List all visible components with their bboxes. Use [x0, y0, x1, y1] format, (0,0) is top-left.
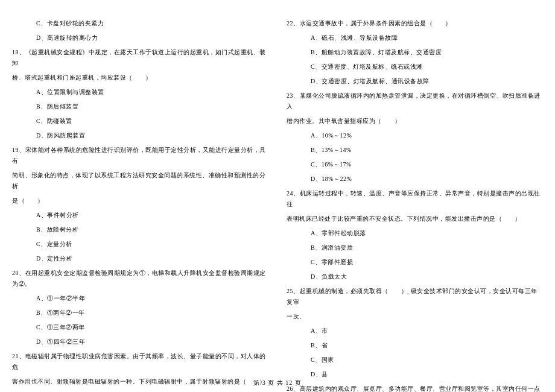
q23-option-c: C、16%～17% — [287, 159, 543, 170]
q22-option-b: B、船舶动力装置故障、灯塔及航标、交通密度 — [287, 47, 543, 58]
q24-option-a: A、零部件松动脱落 — [287, 228, 543, 239]
q20-text: 20、在用起重机安全定期监督检验周期规定为①，电梯和载人升降机安全监督检验周期规… — [12, 268, 268, 289]
q20-option-d: D、①四年②三年 — [12, 337, 268, 347]
q25-option-a: A、市 — [287, 326, 543, 337]
q19-text-l3: 是（ ） — [12, 195, 268, 206]
q25-option-c: C、国家 — [287, 355, 543, 365]
q24-text-l1: 24、机床运转过程中，转速、温度、声音等应保持正常。异常声音，特别是撞击声的出现… — [287, 188, 543, 210]
q23-text-l2: 槽内作业。其中氧含量指标应为（ ） — [287, 116, 543, 127]
q19-option-c: C、定量分析 — [12, 239, 268, 250]
q22-option-d: D、交通密度、灯塔及航标、通讯设备故障 — [287, 76, 543, 87]
q19-option-b: B、故障树分析 — [12, 224, 268, 235]
q24-option-b: B、润滑油变质 — [287, 242, 543, 253]
q24-option-d: D、负载太大 — [287, 271, 543, 282]
q23-option-d: D、18%～22% — [287, 174, 543, 185]
q17-option-c: C、卡盘对砂轮的夹紧力 — [12, 18, 268, 29]
q24-text-l2: 表明机床已经处于比较严重的不安全状态。下列情况中，能发出撞击声的是（ ） — [287, 213, 543, 224]
q18-option-c: C、防碰装置 — [12, 116, 268, 127]
q22-option-a: A、礁石、浅滩、导航设备故障 — [287, 33, 543, 43]
page-footer: 第 3 页 共 12 页 — [0, 379, 555, 387]
q25-option-b: B、省 — [287, 340, 543, 351]
q18-text-l2: 桥、塔式起重机和门座起重机，均应装设（ ） — [12, 72, 268, 83]
q25-text-l2: 一次。 — [287, 311, 543, 322]
q19-text-l2: 简明、形象化的特点，体现了以系统工程方法研究安全问题的系统性、准确性和预测性的分… — [12, 170, 268, 192]
q21-text-l1: 21、电磁辐射属于物理性职业病危害因素。由于其频率，波长、量子能量的不同，对人体… — [12, 351, 268, 373]
q18-option-d: D、防风防爬装置 — [12, 130, 268, 141]
q20-option-b: B、①两年②一年 — [12, 308, 268, 318]
page-container: C、卡盘对砂轮的夹紧力 D、高速旋转的离心力 18、《起重机械安全规程》中规定，… — [0, 0, 555, 374]
q18-option-a: A、位置限制与调整装置 — [12, 87, 268, 98]
q18-option-b: B、防后倾装置 — [12, 101, 268, 112]
q23-option-b: B、13%～14% — [287, 145, 543, 156]
q19-option-a: A、事件树分析 — [12, 210, 268, 221]
q20-option-c: C、①三年②两年 — [12, 322, 268, 333]
q25-text-l1: 25、起重机械的制造，必须先取得（ ）_级安全技术部门的安全认可，安全认可每三年… — [287, 286, 543, 308]
q22-text: 22、水运交通事故中，属于外界条件因素的组合是（ ） — [287, 18, 543, 29]
q23-option-a: A、10%～12% — [287, 130, 543, 141]
q19-text-l1: 19、宋体能对各种系统的危险性进行识别评价，既能用于定性分析，又能进行定量分析，… — [12, 145, 268, 166]
q18-text-l1: 18、《起重机械安全规程》中规定，在露天工作于轨道上运行的起重机，如门式起重机、… — [12, 47, 268, 69]
q22-option-c: C、交通密度、灯塔及航标、礁石或浅滩 — [287, 62, 543, 72]
q19-option-d: D、定性分析 — [12, 253, 268, 264]
q23-text-l1: 23、某煤化公司脱硫液循环内的加热盘管泄漏，决定更换，在对循环槽倒空、吹扫后准备… — [287, 90, 543, 112]
q20-option-a: A、①一年②半年 — [12, 293, 268, 304]
q24-option-c: C、零部件磨损 — [287, 257, 543, 268]
right-column: 22、水运交通事故中，属于外界条件因素的组合是（ ） A、礁石、浅滩、导航设备故… — [278, 18, 543, 368]
q17-option-d: D、高速旋转的离心力 — [12, 33, 268, 43]
left-column: C、卡盘对砂轮的夹紧力 D、高速旋转的离心力 18、《起重机械安全规程》中规定，… — [12, 18, 278, 368]
